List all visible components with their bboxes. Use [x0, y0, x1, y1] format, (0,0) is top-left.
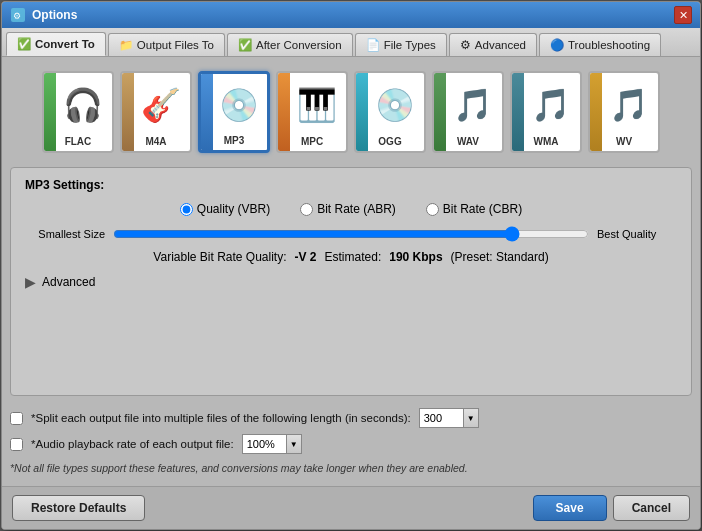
tab-advanced[interactable]: ⚙ Advanced	[449, 33, 537, 56]
vbr-value: -V 2	[295, 250, 317, 264]
after-conversion-icon: ✅	[238, 38, 252, 52]
convert-to-icon: ✅	[17, 37, 31, 51]
split-value-input[interactable]	[419, 408, 463, 428]
format-card-wma[interactable]: 🎵 WMA	[510, 71, 582, 153]
bit-rate-abr-radio[interactable]: Bit Rate (ABR)	[300, 202, 396, 216]
bit-rate-abr-input[interactable]	[300, 203, 313, 216]
tab-convert-to[interactable]: ✅ Convert To	[6, 32, 106, 56]
window-title: Options	[32, 8, 77, 22]
mpc-icon-area: 🎹	[278, 73, 346, 136]
window-icon: ⚙	[10, 7, 26, 23]
wma-icon-area: 🎵	[512, 73, 580, 136]
wav-icon: 🎵	[453, 86, 493, 124]
title-bar: ⚙ Options ✕	[2, 2, 700, 28]
tabs-bar: ✅ Convert To 📁 Output Files To ✅ After C…	[2, 28, 700, 57]
slider-left-label: Smallest Size	[25, 228, 105, 240]
radio-row: Quality (VBR) Bit Rate (ABR) Bit Rate (C…	[25, 202, 677, 216]
tab-after-conversion-label: After Conversion	[256, 39, 342, 51]
wav-label: WAV	[457, 136, 479, 147]
wv-icon: 🎵	[609, 86, 649, 124]
split-option-row: *Split each output file into multiple fi…	[10, 408, 692, 428]
quality-vbr-input[interactable]	[180, 203, 193, 216]
content-area: 🎧 FLAC 🎸 M4A 💿 MP3 🎹 MPC	[2, 57, 700, 486]
split-dropdown: ▼	[419, 408, 479, 428]
playback-dropdown: ▼	[242, 434, 302, 454]
title-bar-left: ⚙ Options	[10, 7, 77, 23]
advanced-row[interactable]: ▶ Advanced	[25, 274, 677, 290]
mp3-label: MP3	[224, 135, 245, 146]
wma-icon: 🎵	[531, 86, 571, 124]
quality-slider[interactable]	[113, 226, 589, 242]
mp3-icon-area: 💿	[201, 74, 267, 135]
split-dropdown-arrow[interactable]: ▼	[463, 408, 479, 428]
bit-rate-cbr-radio[interactable]: Bit Rate (CBR)	[426, 202, 522, 216]
options-rows: *Split each output file into multiple fi…	[10, 404, 692, 478]
bottom-bar: Restore Defaults Save Cancel	[2, 486, 700, 529]
flac-label: FLAC	[65, 136, 92, 147]
tab-file-types-label: File Types	[384, 39, 436, 51]
estimated-label: Estimated:	[325, 250, 382, 264]
mp3-icon: 💿	[219, 86, 259, 124]
svg-text:⚙: ⚙	[13, 11, 21, 21]
split-label: *Split each output file into multiple fi…	[31, 412, 411, 424]
save-button[interactable]: Save	[533, 495, 607, 521]
advanced-arrow-icon: ▶	[25, 274, 36, 290]
format-card-flac[interactable]: 🎧 FLAC	[42, 71, 114, 153]
bit-rate-cbr-label: Bit Rate (CBR)	[443, 202, 522, 216]
tab-troubleshooting-label: Troubleshooting	[568, 39, 650, 51]
wav-icon-area: 🎵	[434, 73, 502, 136]
ogg-icon-area: 💿	[356, 73, 424, 136]
flac-icon: 🎧	[63, 86, 103, 124]
btn-group-right: Save Cancel	[533, 495, 690, 521]
tab-advanced-label: Advanced	[475, 39, 526, 51]
bit-rate-cbr-input[interactable]	[426, 203, 439, 216]
playback-checkbox[interactable]	[10, 438, 23, 451]
format-grid: 🎧 FLAC 🎸 M4A 💿 MP3 🎹 MPC	[10, 65, 692, 159]
advanced-icon: ⚙	[460, 38, 471, 52]
mpc-label: MPC	[301, 136, 323, 147]
slider-row: Smallest Size Best Quality	[25, 226, 677, 242]
ogg-label: OGG	[378, 136, 401, 147]
footnote: *Not all file types support these featur…	[10, 462, 692, 474]
cancel-button[interactable]: Cancel	[613, 495, 690, 521]
slider-right-label: Best Quality	[597, 228, 677, 240]
estimated-value: 190 Kbps	[389, 250, 442, 264]
playback-value-input[interactable]	[242, 434, 286, 454]
tab-after-conversion[interactable]: ✅ After Conversion	[227, 33, 353, 56]
tab-output-files-label: Output Files To	[137, 39, 214, 51]
flac-icon-area: 🎧	[44, 73, 112, 136]
split-checkbox[interactable]	[10, 412, 23, 425]
wv-label: WV	[616, 136, 632, 147]
file-types-icon: 📄	[366, 38, 380, 52]
m4a-label: M4A	[145, 136, 166, 147]
playback-dropdown-arrow[interactable]: ▼	[286, 434, 302, 454]
tab-convert-to-label: Convert To	[35, 38, 95, 50]
ogg-icon: 💿	[375, 86, 415, 124]
settings-box: MP3 Settings: Quality (VBR) Bit Rate (AB…	[10, 167, 692, 396]
mpc-icon: 🎹	[297, 86, 337, 124]
format-card-ogg[interactable]: 💿 OGG	[354, 71, 426, 153]
vbr-label: Variable Bit Rate Quality:	[153, 250, 286, 264]
restore-defaults-button[interactable]: Restore Defaults	[12, 495, 145, 521]
m4a-icon-area: 🎸	[122, 73, 190, 136]
format-card-wv[interactable]: 🎵 WV	[588, 71, 660, 153]
format-card-mpc[interactable]: 🎹 MPC	[276, 71, 348, 153]
tab-output-files[interactable]: 📁 Output Files To	[108, 33, 225, 56]
tab-troubleshooting[interactable]: 🔵 Troubleshooting	[539, 33, 661, 56]
wma-label: WMA	[534, 136, 559, 147]
close-button[interactable]: ✕	[674, 6, 692, 24]
bit-rate-abr-label: Bit Rate (ABR)	[317, 202, 396, 216]
format-card-wav[interactable]: 🎵 WAV	[432, 71, 504, 153]
vbr-row: Variable Bit Rate Quality: -V 2 Estimate…	[25, 250, 677, 264]
settings-title: MP3 Settings:	[25, 178, 677, 192]
preset-label: (Preset: Standard)	[451, 250, 549, 264]
advanced-label: Advanced	[42, 275, 95, 289]
playback-option-row: *Audio playback rate of each output file…	[10, 434, 692, 454]
quality-vbr-radio[interactable]: Quality (VBR)	[180, 202, 270, 216]
playback-label: *Audio playback rate of each output file…	[31, 438, 234, 450]
m4a-icon: 🎸	[141, 86, 181, 124]
troubleshooting-icon: 🔵	[550, 38, 564, 52]
tab-file-types[interactable]: 📄 File Types	[355, 33, 447, 56]
format-card-m4a[interactable]: 🎸 M4A	[120, 71, 192, 153]
format-card-mp3[interactable]: 💿 MP3	[198, 71, 270, 153]
